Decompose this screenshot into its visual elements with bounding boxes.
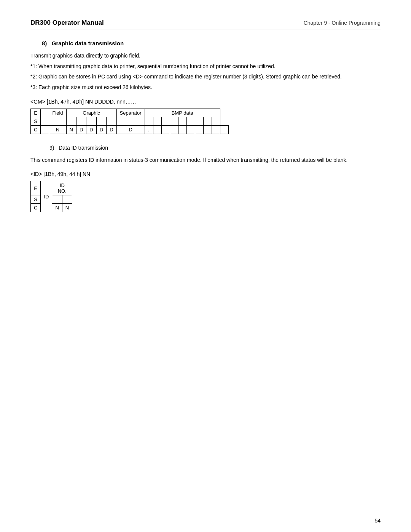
cell-d4 bbox=[96, 117, 106, 125]
footer-divider bbox=[30, 515, 381, 515]
cell-comma: , bbox=[145, 125, 153, 134]
cell-bmp6 bbox=[186, 117, 195, 125]
cell-c: C bbox=[31, 125, 41, 134]
header-divider bbox=[30, 29, 381, 29]
page: DR300 Operator Manual Chapter 9 - Online… bbox=[0, 0, 411, 532]
cell-sep-empty bbox=[116, 117, 145, 125]
page-number: 54 bbox=[374, 518, 381, 524]
section8-title: 8) Graphic data transmission bbox=[42, 40, 381, 46]
cell-field-header: Field bbox=[49, 109, 66, 117]
cell-n1: N bbox=[49, 125, 66, 134]
cell-dd1: D bbox=[76, 125, 86, 134]
cell-bmp5 bbox=[178, 117, 186, 125]
id-table-wrapper: E ID IDNO. S C N N bbox=[30, 181, 381, 212]
chapter-label: Chapter 9 - Online Programming bbox=[304, 20, 381, 26]
section8-para1: Transmit graphics data directly to graph… bbox=[30, 52, 381, 60]
cell-d-label bbox=[41, 125, 49, 134]
cell-field-empty bbox=[49, 117, 66, 125]
cell-bmpd2 bbox=[161, 125, 170, 134]
cell-n2-id bbox=[62, 195, 72, 204]
cell-bmp1 bbox=[145, 117, 153, 125]
cell-d2 bbox=[76, 117, 86, 125]
manual-title: DR300 Operator Manual bbox=[30, 19, 104, 27]
table-row: E Field Graphic Separator BMP data bbox=[31, 109, 229, 117]
cell-bmpd8 bbox=[212, 125, 220, 134]
cell-n1-id bbox=[52, 195, 62, 204]
cell-s: S bbox=[31, 117, 41, 125]
table-row: S bbox=[31, 117, 229, 125]
gm-command: <GM> [1Bh, 47h, 4Dh] NN DDDDD, nnn…… bbox=[30, 99, 381, 105]
gm-table-wrapper: E Field Graphic Separator BMP data S bbox=[30, 109, 381, 134]
cell-dd2: D bbox=[86, 125, 96, 134]
cell-d1 bbox=[66, 117, 76, 125]
cell-bmp7 bbox=[195, 117, 203, 125]
cell-bmp2 bbox=[153, 117, 161, 125]
cell-bmpd3 bbox=[170, 125, 178, 134]
cell-bmp8 bbox=[203, 117, 212, 125]
cell-d-span bbox=[41, 109, 49, 125]
id-command: <ID> [1Bh, 49h, 44 h] NN bbox=[30, 171, 381, 177]
cell-bmpd1 bbox=[153, 125, 161, 134]
section8-para2: *1: When transmitting graphic data to pr… bbox=[30, 62, 381, 71]
id-table: E ID IDNO. S C N N bbox=[30, 181, 72, 212]
cell-e: E bbox=[31, 109, 41, 117]
cell-bmp4 bbox=[170, 117, 178, 125]
cell-id-span: ID bbox=[41, 181, 52, 212]
section9-para1: This command registers ID information in… bbox=[30, 156, 381, 165]
cell-d5 bbox=[107, 117, 116, 125]
page-header: DR300 Operator Manual Chapter 9 - Online… bbox=[30, 19, 381, 27]
cell-n2: N bbox=[66, 125, 76, 134]
cell-id-header: IDNO. bbox=[52, 181, 72, 195]
table-row: E ID IDNO. bbox=[31, 181, 72, 195]
section8-para4: *3: Each graphic size must not exceed 26… bbox=[30, 83, 381, 92]
cell-bmp9 bbox=[212, 117, 220, 125]
cell-bmpd9 bbox=[220, 125, 228, 134]
cell-dd3: D bbox=[96, 125, 106, 134]
cell-graphic-header: Graphic bbox=[66, 109, 116, 117]
cell-dd4: D bbox=[107, 125, 116, 134]
cell-e-id: E bbox=[31, 181, 41, 195]
cell-c-id: C bbox=[31, 204, 41, 212]
section8-para3: *2: Graphic can be stores in PC card usi… bbox=[30, 73, 381, 81]
cell-n3-id: N bbox=[52, 204, 62, 212]
cell-d3 bbox=[86, 117, 96, 125]
cell-separator-header: Separator bbox=[116, 109, 145, 117]
cell-bmpd5 bbox=[186, 125, 195, 134]
section9-title: 9) Data ID transmission bbox=[49, 145, 381, 151]
cell-bmp3 bbox=[161, 117, 170, 125]
cell-dd5: D bbox=[116, 125, 145, 134]
cell-bmpd6 bbox=[195, 125, 203, 134]
cell-bmpd4 bbox=[178, 125, 186, 134]
cell-bmpd7 bbox=[203, 125, 212, 134]
cell-n4-id: N bbox=[62, 204, 72, 212]
cell-s-id: S bbox=[31, 195, 41, 204]
table-row: C N N D D D D D , bbox=[31, 125, 229, 134]
gm-table: E Field Graphic Separator BMP data S bbox=[30, 109, 229, 134]
cell-bmp-header: BMP data bbox=[145, 109, 220, 117]
